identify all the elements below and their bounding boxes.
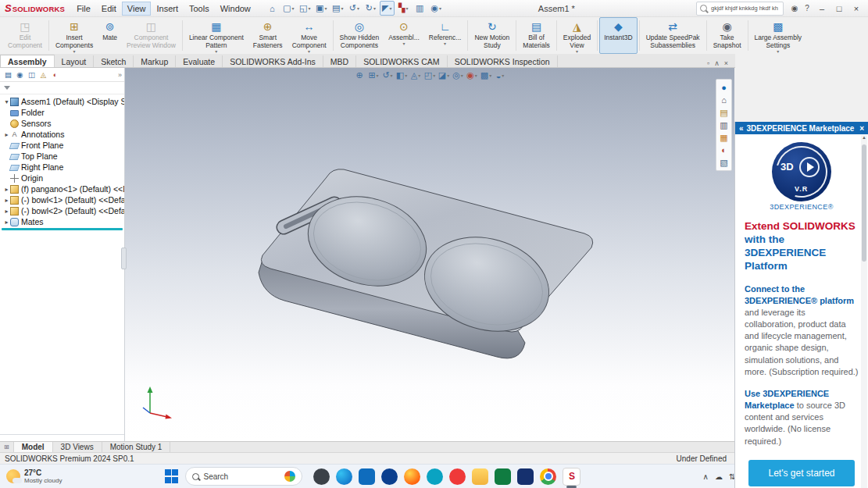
ribbon-linear-component-pattern[interactable]: ▦ Linear Component Pattern xyxy=(184,17,248,54)
doc-tab-motion-study-1[interactable]: Motion Study 1 xyxy=(102,442,171,452)
taskbar-app-terminal[interactable] xyxy=(313,468,330,485)
edit-appearance-icon[interactable]: ◉ xyxy=(466,69,478,81)
hide-show-items-icon[interactable]: ◎ xyxy=(452,69,464,81)
tree-item-top-plane[interactable]: Top Plane xyxy=(0,151,124,162)
ribbon-separator[interactable] xyxy=(516,20,516,51)
displaymanager-tab-icon[interactable]: ◐ xyxy=(49,70,61,79)
zoom-fit-icon[interactable]: ⊕ xyxy=(353,69,366,81)
tree-item-component-bowl-1[interactable]: (-) bowl<1> (Default) <<Default... xyxy=(0,194,124,205)
ribbon-separator[interactable] xyxy=(597,20,598,51)
doc-tab-model[interactable]: Model xyxy=(14,442,53,452)
tree-item-annotations[interactable]: Annotations xyxy=(0,129,124,140)
tab-solidworks-cam[interactable]: SOLIDWORKS CAM xyxy=(356,55,447,67)
ribbon-insert-components[interactable]: ⊞ Insert Components xyxy=(51,17,98,54)
home-tab-icon[interactable]: ⌂ xyxy=(721,94,727,106)
user-icon[interactable]: ◉ xyxy=(788,4,801,12)
tab-solidworks-inspection[interactable]: SOLIDWORKS Inspection xyxy=(448,55,558,67)
ribbon-exploded-view[interactable]: ◮ Exploded View xyxy=(559,17,595,54)
open-document-icon[interactable]: ◱ xyxy=(298,1,313,16)
tab-layout[interactable]: Layout xyxy=(55,55,95,67)
taskbar-app-visual-studio[interactable] xyxy=(517,468,534,485)
taskbar-app-edge-browser[interactable] xyxy=(336,468,352,485)
taskbar-app-firefox[interactable] xyxy=(404,468,420,485)
dimxpertmanager-tab-icon[interactable]: ◬ xyxy=(38,70,49,79)
ribbon-separator[interactable] xyxy=(556,20,557,51)
zoom-area-icon[interactable]: ⊞ xyxy=(367,69,380,81)
ribbon-separator[interactable] xyxy=(639,20,640,51)
panel-splitter-grip[interactable] xyxy=(121,248,127,269)
taskbar-app-file-explorer[interactable] xyxy=(472,468,488,485)
menu-edit[interactable]: Edit xyxy=(96,2,122,16)
menu-view[interactable]: View xyxy=(122,2,152,16)
tree-highlight-bar[interactable] xyxy=(2,228,123,230)
ribbon-bill-of-materials[interactable]: ▤ Bill of Materials xyxy=(518,17,554,54)
taskbar-app-chrome[interactable] xyxy=(540,468,556,485)
configurationmanager-tab-icon[interactable]: ◫ xyxy=(26,70,38,79)
menu-file[interactable]: File xyxy=(71,2,96,16)
taskbar-app-store[interactable] xyxy=(381,468,398,485)
options-icon[interactable]: ◉ xyxy=(429,1,444,16)
pane-chevron-icon[interactable]: » xyxy=(118,71,122,79)
back-chevron-icon[interactable]: « xyxy=(739,124,744,133)
tab-solidworks-add-ins[interactable]: SOLIDWORKS Add-Ins xyxy=(223,55,323,67)
menu-tools[interactable]: Tools xyxy=(184,2,215,16)
tree-item-component-bowl-2[interactable]: (-) bowl<2> (Default) <<Default... xyxy=(0,205,124,216)
rebuild-icon[interactable]: ▚ xyxy=(396,1,411,16)
ribbon-reference-geometry[interactable]: ∟ Referenc... xyxy=(424,17,466,54)
featuremanager-tab-icon[interactable]: ▤ xyxy=(2,70,14,79)
taskbar-app-vivaldi[interactable] xyxy=(449,468,466,485)
maximize-button[interactable]: □ xyxy=(830,2,848,16)
tree-item-root-assembly[interactable]: Assem1 (Default) <Display State-1> xyxy=(0,96,124,107)
redo-icon[interactable]: ↻ xyxy=(363,1,378,16)
doc-tab-3d-views[interactable]: 3D Views xyxy=(53,442,102,452)
split-view-icon[interactable]: ⊞ xyxy=(4,443,9,451)
menu-window[interactable]: Window xyxy=(215,2,256,16)
taskbar-app-solidworks[interactable]: S xyxy=(563,468,580,486)
home-icon[interactable]: ⌂ xyxy=(265,1,280,16)
expand-arrow-icon[interactable] xyxy=(3,219,10,226)
new-document-icon[interactable]: ▢ xyxy=(281,1,296,16)
taskbar-app-skype[interactable] xyxy=(427,468,443,485)
taskbar-search[interactable]: Search xyxy=(185,467,302,486)
ribbon-separator[interactable] xyxy=(467,20,468,51)
ribbon-component-preview-window[interactable]: ◫ Component Preview Window xyxy=(122,17,180,54)
ribbon-update-speedpak-subassemblies[interactable]: ⇄ Update SpeedPak Subassemblies xyxy=(641,17,705,54)
section-view-icon[interactable]: ◧ xyxy=(395,69,408,81)
display-style-icon[interactable]: ◪ xyxy=(438,69,450,81)
collapse-ribbon-icon[interactable]: ∧ xyxy=(714,59,720,67)
taskpane-close-icon[interactable]: × xyxy=(859,124,864,133)
ribbon-move-component[interactable]: ↔ Move Component xyxy=(288,17,331,54)
pin-icon[interactable]: ▫ xyxy=(707,59,709,67)
tab-sketch[interactable]: Sketch xyxy=(94,55,134,67)
tab-mbd[interactable]: MBD xyxy=(323,55,356,67)
tree-item-origin[interactable]: Origin xyxy=(0,173,124,183)
ribbon-assembly-features[interactable]: ⊙ Assembl... xyxy=(384,17,424,54)
appearances-tab-icon[interactable]: ◐ xyxy=(721,144,727,156)
tree-item-right-plane[interactable]: Right Plane xyxy=(0,162,124,173)
expand-arrow-icon[interactable] xyxy=(3,197,10,204)
expand-arrow-icon[interactable] xyxy=(3,98,10,105)
tree-item-component-pangano-1[interactable]: (f) pangano<1> (Default) <<Defa... xyxy=(0,183,124,194)
tree-filter-bar[interactable] xyxy=(0,82,124,94)
ribbon-separator[interactable] xyxy=(748,20,748,51)
weather-widget[interactable]: 27°C Mostly cloudy xyxy=(6,468,62,485)
taskbar-app-excel[interactable] xyxy=(495,468,511,485)
ribbon-separator[interactable] xyxy=(333,20,334,51)
view-settings-icon[interactable]: ◒ xyxy=(494,69,506,81)
previous-view-icon[interactable]: ↺ xyxy=(381,69,394,81)
hidden-icons-chevron[interactable]: ∧ xyxy=(703,472,709,481)
design-library-tab-icon[interactable]: ▤ xyxy=(720,106,727,119)
taskpane-scrollbar[interactable]: ▲ ▼ xyxy=(861,135,867,488)
tree-item-front-plane[interactable]: Front Plane xyxy=(0,140,124,151)
lets-get-started-button[interactable]: Let's get started xyxy=(748,460,855,486)
scrollbar-thumb[interactable] xyxy=(862,144,866,262)
tree-item-sensors[interactable]: Sensors xyxy=(0,118,124,129)
file-properties-icon[interactable]: ▥ xyxy=(413,1,427,16)
model-canvas[interactable] xyxy=(125,68,734,441)
tab-markup[interactable]: Markup xyxy=(134,55,176,67)
toolbox-tab-icon[interactable]: ▦ xyxy=(720,131,727,144)
print-icon[interactable]: ▤ xyxy=(330,1,345,16)
file-explorer-tab-icon[interactable]: ▥ xyxy=(720,119,727,131)
taskbar-app-outlook[interactable] xyxy=(359,468,375,485)
undo-icon[interactable]: ↺ xyxy=(347,1,362,16)
